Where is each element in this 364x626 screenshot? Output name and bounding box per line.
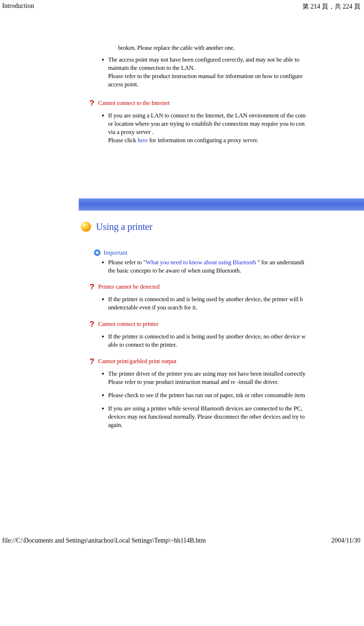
bluetooth-link[interactable]: What you need to know about using Blueto… (146, 259, 256, 266)
page-header: Introduction 第 214 頁，共 224 頁 (0, 0, 364, 12)
question-row: ? Cannot connect to the Internet (79, 99, 364, 107)
svg-text:?: ? (89, 357, 94, 366)
list-item: The access point may not have been confi… (108, 56, 364, 89)
question-mark-icon: ? (89, 320, 95, 328)
question-title: Printer cannot be detected (98, 283, 160, 290)
text: Please refer to " (108, 259, 146, 266)
svg-text:?: ? (89, 320, 94, 328)
text: access point. (108, 81, 138, 88)
list-item: Please check to see if the printer has r… (108, 391, 364, 400)
important-label: Important (103, 249, 127, 256)
garbled-list: The printer driver of the printer you ar… (79, 370, 364, 429)
text: Please check to see if the printer has r… (108, 392, 305, 399)
svg-text:?: ? (89, 99, 94, 107)
text: devices may not functional normally. Ple… (108, 413, 305, 420)
text: the basic concepts to be aware of when u… (108, 267, 241, 274)
question-row: ? Printer cannot be detected (79, 283, 364, 291)
footer-date: 2004/11/30 (331, 537, 360, 544)
text: If the printer is connected to and is be… (108, 296, 303, 303)
text: If the printer is connected to and is be… (108, 333, 306, 340)
question-title: Cannot print/garbled print output (98, 358, 176, 365)
text: The printer driver of the printer you ar… (108, 370, 305, 377)
text: Please refer to the product instruction … (108, 73, 303, 80)
important-row: Important (79, 249, 364, 256)
text: If you are using a LAN to connect to the… (108, 112, 306, 119)
printer-detect-list: If the printer is connected to and is be… (79, 295, 364, 312)
section-divider-bar (79, 198, 364, 211)
question-mark-icon: ? (89, 357, 95, 366)
text: Please click (108, 137, 137, 144)
svg-text:?: ? (89, 283, 94, 291)
text: again. (108, 422, 122, 428)
text: maintain the connection to the LAN. (108, 64, 195, 71)
section-title: Using a printer (96, 221, 152, 232)
question-title: Cannot connect to printer (98, 321, 158, 327)
list-item: If the printer is connected to and is be… (108, 333, 364, 349)
text: for information on configuring a proxy s… (148, 137, 258, 144)
question-row: ? Cannot connect to printer (79, 320, 364, 328)
text: undetectable even if you search for it. (108, 304, 197, 311)
text: Please refer to your product instruction… (108, 379, 278, 385)
page-number: 第 214 頁，共 224 頁 (302, 2, 360, 11)
list-item: If you are using a printer while several… (108, 405, 364, 429)
list-item: If the printer is connected to and is be… (108, 295, 364, 312)
internet-issue-list: If you are using a LAN to connect to the… (79, 112, 364, 145)
text: The access point may not have been confi… (108, 56, 299, 63)
truncated-prev-line: broken. Please replace the cable with an… (79, 44, 364, 52)
doc-title: Introduction (2, 2, 34, 10)
section-heading-row: Using a printer (81, 221, 364, 232)
printer-connect-list: If the printer is connected to and is be… (79, 333, 364, 349)
question-row: ? Cannot print/garbled print output (79, 357, 364, 366)
text: If you are using a printer while several… (108, 405, 302, 412)
important-list: Please refer to "What you need to know a… (79, 259, 364, 275)
text: " for an understandi (256, 259, 304, 266)
list-item: The printer driver of the printer you ar… (108, 370, 364, 386)
page-footer: file://C:\Documents and Settings\anitach… (0, 537, 364, 547)
here-link[interactable]: here (137, 137, 147, 144)
star-icon (94, 249, 101, 256)
list-item: If you are using a LAN to connect to the… (108, 112, 364, 145)
file-path: file://C:\Documents and Settings\anitach… (2, 537, 206, 544)
content-area: broken. Please replace the cable with an… (0, 12, 364, 429)
question-mark-icon: ? (89, 99, 95, 107)
list-item: Please refer to "What you need to know a… (108, 259, 364, 275)
lan-issue-list: The access point may not have been confi… (79, 56, 364, 89)
sphere-bullet-icon (81, 222, 91, 232)
question-mark-icon: ? (89, 283, 95, 291)
text: able to connect to the printer. (108, 341, 177, 348)
text: via a proxy server . (108, 129, 154, 135)
question-title: Cannot connect to the Internet (98, 100, 170, 106)
text: or location where you are trying to esta… (108, 120, 305, 127)
